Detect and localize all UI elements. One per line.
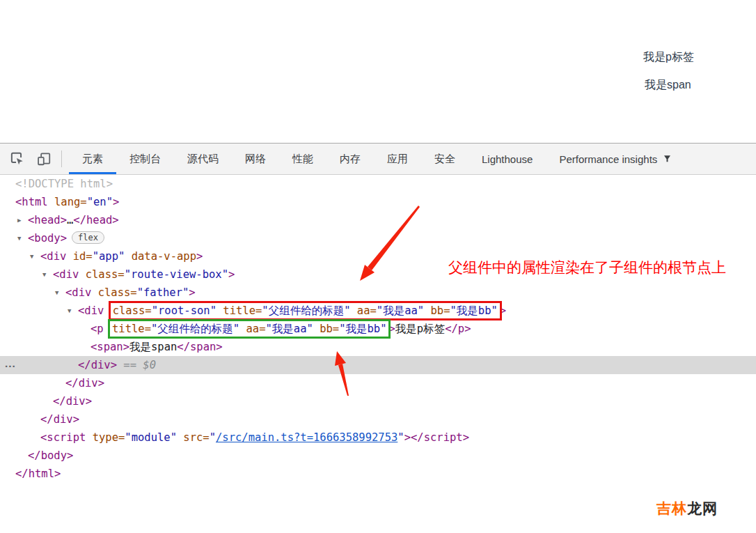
tree-node[interactable]: </div>: [0, 410, 756, 428]
code-token-tag: >: [388, 323, 395, 335]
red-annotation-box: class="root-son" title="父组件给的标题" aa="我是a…: [111, 303, 500, 318]
tab-performance[interactable]: 性能: [279, 144, 326, 174]
tab-sources[interactable]: 源代码: [174, 144, 232, 174]
code-token-tag: <div: [65, 286, 91, 299]
code-token-tag: <script: [40, 431, 86, 444]
code-token-attr: type=: [86, 431, 125, 444]
tab-label: 网络: [245, 153, 266, 166]
resource-link[interactable]: /src/main.ts?t=1666358992753: [216, 431, 397, 444]
code-token-val: ": [397, 431, 404, 444]
code-token-tag: >: [113, 196, 119, 208]
node-options-dots-icon[interactable]: ...: [5, 355, 16, 373]
code-token-text: 我是p标签: [395, 323, 445, 335]
experiment-flask-icon: [662, 154, 672, 164]
tab-label: 内存: [340, 153, 361, 166]
device-toolbar-icon-glyph: [36, 151, 52, 167]
annotation-note: 父组件中的属性渲染在了子组件的根节点上: [448, 258, 726, 277]
collapse-arrow-icon[interactable]: ▼: [17, 229, 21, 247]
page-span-text: 我是span: [645, 78, 691, 93]
code-token-tag: >: [228, 268, 235, 281]
inspect-icon-glyph: [10, 151, 25, 167]
tab-console[interactable]: 控制台: [116, 144, 174, 174]
inspect-icon[interactable]: [7, 148, 28, 170]
code-token-attr: bb=: [313, 323, 339, 335]
code-token-tag: </html>: [15, 468, 61, 480]
code-token-tag: <head>: [28, 214, 67, 226]
code-token-text: 我是span: [129, 341, 177, 353]
code-token-tag: </p>: [445, 323, 471, 335]
tree-node[interactable]: ▼<body>flex: [0, 229, 756, 247]
code-token-tag: <span>: [90, 341, 129, 353]
tab-application[interactable]: 应用: [374, 144, 421, 174]
tab-elements[interactable]: 元素: [69, 144, 116, 174]
tab-label: 源代码: [187, 153, 219, 166]
tree-node[interactable]: <span>我是span</span>: [0, 338, 756, 356]
code-token-attr: lang=: [48, 196, 87, 208]
code-token-tag: >: [189, 286, 195, 299]
device-toolbar-icon[interactable]: [33, 148, 54, 170]
tree-node[interactable]: ...</div> == $0: [0, 356, 756, 374]
tab-label: Lighthouse: [482, 153, 533, 165]
code-token-attr: id=: [66, 250, 92, 263]
tab-network[interactable]: 网络: [232, 144, 279, 174]
code-token-val: "父组件给的标题": [262, 304, 350, 317]
collapse-arrow-icon[interactable]: ▼: [30, 247, 33, 265]
tab-label: 安全: [434, 153, 455, 166]
code-token-attr: src=: [177, 431, 210, 444]
collapse-arrow-icon[interactable]: ▼: [42, 265, 46, 284]
elements-tree: <!DOCTYPE html><html lang="en">▶<head>…<…: [0, 175, 756, 484]
code-token-tag: <div: [78, 304, 111, 317]
tree-node[interactable]: </div>: [0, 392, 756, 410]
code-token-tag: </div>: [53, 395, 92, 408]
tree-node[interactable]: </body>: [0, 447, 756, 465]
tree-node[interactable]: </div>: [0, 374, 756, 392]
tab-performance-insights[interactable]: Performance insights: [546, 144, 686, 174]
code-token-attr: title=: [112, 323, 151, 335]
code-token-tag: <p: [90, 323, 110, 335]
toolbar-divider: [61, 150, 62, 167]
code-token-tag: </head>: [73, 214, 118, 226]
code-token-val: "module": [125, 431, 177, 444]
tree-node[interactable]: </html>: [0, 465, 756, 483]
tab-label: 控制台: [129, 153, 161, 166]
flex-badge[interactable]: flex: [72, 231, 104, 244]
tab-label: 应用: [387, 153, 408, 166]
code-token-val: "我是bb": [339, 323, 386, 335]
tree-node[interactable]: ▶<head>…</head>: [0, 211, 756, 229]
code-token-val: "father": [137, 286, 189, 299]
tree-node[interactable]: <p title="父组件给的标题" aa="我是aa" bb="我是bb">我…: [0, 320, 756, 338]
code-token-attr: aa=: [239, 323, 265, 335]
tree-node[interactable]: <!DOCTYPE html>: [0, 175, 756, 193]
code-token-val: "我是aa": [266, 323, 313, 335]
code-token-tag: </div>: [65, 377, 104, 389]
code-token-val: "route-view-box": [125, 268, 228, 281]
code-token-val: "我是bb": [450, 304, 497, 317]
tab-lighthouse[interactable]: Lighthouse: [468, 144, 546, 174]
tree-node[interactable]: <html lang="en">: [0, 193, 756, 211]
code-token-val: "app": [93, 250, 125, 263]
tab-security[interactable]: 安全: [421, 144, 468, 174]
tree-node[interactable]: <script type="module" src="/src/main.ts?…: [0, 428, 756, 447]
devtools-toolbar: 元素控制台源代码网络性能内存应用安全LighthousePerformance …: [0, 143, 756, 175]
code-token-tag: >: [500, 304, 506, 317]
devtools-tabs: 元素控制台源代码网络性能内存应用安全LighthousePerformance …: [69, 144, 686, 174]
code-token-tag: </div>: [40, 413, 79, 426]
code-token-tag: </span>: [177, 341, 222, 353]
expand-arrow-icon[interactable]: ▶: [17, 211, 21, 229]
code-token-attr: bb=: [424, 304, 450, 317]
code-token-text: …: [67, 214, 73, 226]
code-token-attr: aa=: [351, 304, 377, 317]
collapse-arrow-icon[interactable]: ▼: [55, 284, 58, 302]
tab-memory[interactable]: 内存: [326, 144, 374, 174]
code-token-dim: == $0: [117, 359, 156, 371]
code-token-attr: data-v-app: [125, 250, 196, 263]
tree-node[interactable]: ▼<div class="father">: [0, 284, 756, 302]
tree-node[interactable]: ▼<div class="root-son" title="父组件给的标题" a…: [0, 302, 756, 320]
watermark-suffix: 龙网: [687, 500, 718, 516]
tab-label: Performance insights: [559, 153, 657, 165]
watermark: 吉林龙网: [656, 499, 718, 518]
code-token-tag: <html: [15, 196, 48, 208]
code-token-attr: class=: [79, 268, 124, 281]
collapse-arrow-icon[interactable]: ▼: [68, 302, 71, 320]
watermark-prefix: 吉林: [656, 500, 687, 516]
